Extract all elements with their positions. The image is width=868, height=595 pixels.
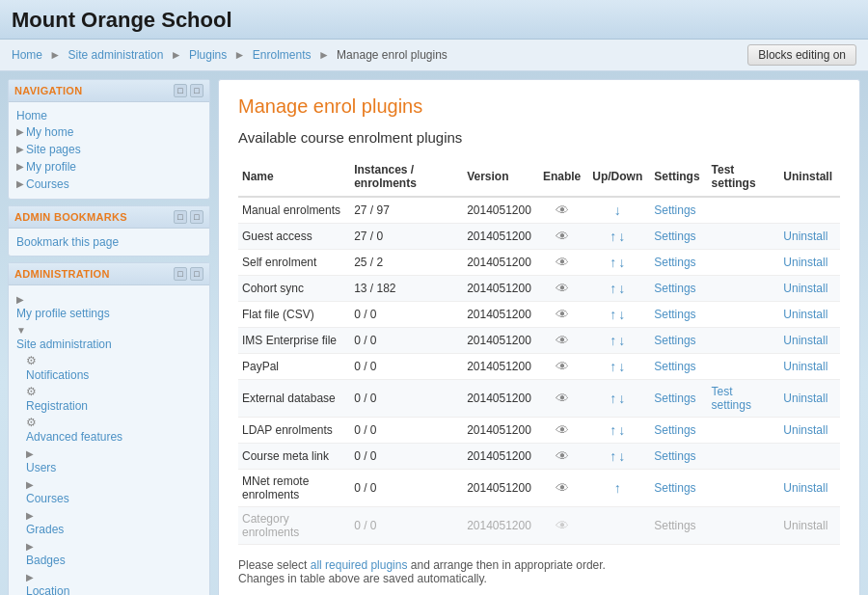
up-arrow-button[interactable]: ↑ — [610, 281, 616, 296]
down-arrow-button[interactable]: ↓ — [618, 255, 625, 270]
plugin-updown: ↑↓ — [588, 354, 650, 380]
enable-eye-icon[interactable]: 👁 — [556, 448, 569, 464]
plugin-enable[interactable]: 👁 — [539, 224, 588, 250]
enable-eye-icon[interactable]: 👁 — [556, 255, 569, 270]
up-arrow-button[interactable]: ↑ — [610, 333, 616, 348]
admin-users-link[interactable]: Users — [26, 460, 202, 475]
plugin-enable[interactable]: 👁 — [539, 380, 588, 418]
enable-eye-icon[interactable]: 👁 — [556, 359, 569, 374]
admin-registration-link[interactable]: Registration — [26, 398, 202, 414]
nav-sitepages-link[interactable]: Site pages — [26, 142, 81, 157]
plugin-enable[interactable]: 👁 — [539, 354, 588, 380]
admin-siteadmin-link[interactable]: Site administration — [16, 337, 202, 352]
bookmarks-block-icon-2[interactable]: □ — [190, 210, 203, 224]
th-instances: Instances / enrolments — [350, 157, 463, 197]
up-arrow-button[interactable]: ↑ — [610, 359, 616, 374]
up-arrow-button[interactable]: ↑ — [614, 480, 621, 496]
settings-link[interactable]: Settings — [654, 334, 695, 347]
enable-eye-icon[interactable]: 👁 — [556, 391, 569, 406]
uninstall-link[interactable]: Uninstall — [783, 282, 827, 295]
admin-badges-arrow: ▶ — [26, 541, 34, 552]
uninstall-link[interactable]: Uninstall — [783, 519, 827, 532]
navigation-block-icon-2[interactable]: □ — [190, 84, 203, 97]
navigation-block-header: NAVIGATION □ □ — [9, 80, 209, 102]
bookmark-this-page-link[interactable]: Bookmark this page — [16, 234, 202, 250]
up-arrow-button[interactable]: ↑ — [610, 229, 616, 244]
bookmarks-block-icon-1[interactable]: □ — [174, 210, 187, 224]
breadcrumb-site-admin[interactable]: Site administration — [68, 48, 164, 62]
administration-block-icon-1[interactable]: □ — [174, 267, 187, 281]
settings-link[interactable]: Settings — [654, 481, 695, 495]
enable-eye-icon[interactable]: 👁 — [556, 333, 569, 348]
enable-eye-icon[interactable]: 👁 — [556, 203, 569, 218]
breadcrumb-enrolments[interactable]: Enrolments — [253, 48, 312, 62]
nav-myhome-link[interactable]: My home — [26, 124, 73, 140]
settings-link[interactable]: Settings — [654, 392, 695, 405]
plugin-enable[interactable]: 👁 — [539, 197, 588, 224]
uninstall-link[interactable]: Uninstall — [783, 256, 827, 269]
site-header: Mount Orange School — [0, 0, 868, 40]
uninstall-link[interactable]: Uninstall — [783, 334, 827, 347]
settings-link[interactable]: Settings — [654, 256, 695, 269]
plugin-enable[interactable]: 👁 — [539, 444, 588, 470]
admin-notifications-link[interactable]: Notifications — [26, 367, 202, 383]
settings-link[interactable]: Settings — [654, 282, 695, 295]
down-arrow-button[interactable]: ↓ — [618, 281, 625, 296]
uninstall-link[interactable]: Uninstall — [783, 230, 827, 243]
settings-link[interactable]: Settings — [654, 360, 695, 373]
plugin-enable[interactable]: 👁 — [539, 418, 588, 444]
down-arrow-button[interactable]: ↓ — [618, 229, 625, 244]
footer-note-link[interactable]: all required plugins — [311, 558, 408, 572]
enable-eye-icon[interactable]: 👁 — [556, 518, 569, 533]
admin-myprofile-link[interactable]: My profile settings — [16, 306, 202, 321]
down-arrow-button[interactable]: ↓ — [618, 448, 625, 464]
uninstall-link[interactable]: Uninstall — [783, 392, 827, 405]
blocks-editing-button[interactable]: Blocks editing on — [747, 44, 856, 66]
admin-badges-link[interactable]: Badges — [26, 553, 202, 568]
up-arrow-button[interactable]: ↑ — [610, 391, 616, 406]
plugin-enable[interactable]: 👁 — [539, 470, 588, 507]
down-arrow-button[interactable]: ↓ — [618, 307, 625, 322]
nav-courses-link[interactable]: Courses — [26, 176, 69, 192]
uninstall-link[interactable]: Uninstall — [783, 308, 827, 321]
admin-courses-link[interactable]: Courses — [26, 491, 202, 506]
nav-myprofile-link[interactable]: My profile — [26, 159, 76, 175]
breadcrumb-plugins[interactable]: Plugins — [189, 48, 227, 62]
administration-block-icon-2[interactable]: □ — [190, 267, 203, 281]
settings-link[interactable]: Settings — [654, 423, 695, 437]
navigation-block-icon-1[interactable]: □ — [174, 84, 187, 97]
enable-eye-icon[interactable]: 👁 — [556, 480, 569, 496]
down-arrow-button[interactable]: ↓ — [618, 359, 625, 374]
settings-link[interactable]: Settings — [654, 449, 695, 463]
nav-home-link[interactable]: Home — [16, 108, 202, 123]
enable-eye-icon[interactable]: 👁 — [556, 281, 569, 296]
settings-link[interactable]: Settings — [654, 308, 695, 321]
settings-link[interactable]: Settings — [654, 519, 695, 532]
down-arrow-button[interactable]: ↓ — [618, 422, 625, 438]
up-arrow-button[interactable]: ↑ — [610, 255, 616, 270]
admin-advfeatures-link[interactable]: Advanced features — [26, 429, 202, 445]
enable-eye-icon[interactable]: 👁 — [556, 307, 569, 322]
uninstall-link[interactable]: Uninstall — [783, 360, 827, 373]
admin-location-link[interactable]: Location — [26, 583, 202, 595]
down-arrow-button[interactable]: ↓ — [618, 333, 625, 348]
plugin-enable[interactable]: 👁 — [539, 328, 588, 354]
plugin-enable[interactable]: 👁 — [539, 276, 588, 302]
up-arrow-button[interactable]: ↑ — [610, 422, 616, 438]
uninstall-link[interactable]: Uninstall — [783, 423, 827, 437]
settings-link[interactable]: Settings — [654, 203, 695, 217]
admin-grades-link[interactable]: Grades — [26, 522, 202, 537]
up-arrow-button[interactable]: ↑ — [610, 307, 616, 322]
test-settings-link[interactable]: Test settings — [712, 385, 751, 412]
up-arrow-button[interactable]: ↑ — [610, 448, 616, 464]
breadcrumb-home[interactable]: Home — [12, 48, 42, 62]
plugin-enable[interactable]: 👁 — [539, 250, 588, 276]
uninstall-link[interactable]: Uninstall — [783, 481, 827, 495]
down-arrow-button[interactable]: ↓ — [618, 391, 625, 406]
enable-eye-icon[interactable]: 👁 — [556, 229, 569, 244]
enable-eye-icon[interactable]: 👁 — [556, 422, 569, 438]
down-arrow-button[interactable]: ↓ — [614, 203, 621, 218]
plugin-enable[interactable]: 👁 — [539, 302, 588, 328]
plugin-enable[interactable]: 👁 — [539, 507, 588, 545]
settings-link[interactable]: Settings — [654, 230, 695, 243]
